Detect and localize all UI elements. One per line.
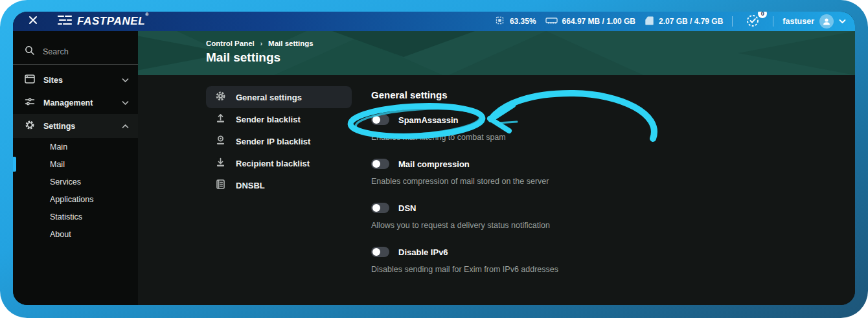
divider xyxy=(732,16,733,27)
download-icon xyxy=(215,157,226,170)
logo-text: FASTPANEL® xyxy=(77,15,149,28)
section-heading: General settings xyxy=(371,89,558,100)
ip-pin-icon xyxy=(215,135,226,148)
spamassassin-toggle[interactable] xyxy=(371,115,389,125)
cpu-value: 63.35% xyxy=(510,17,536,26)
cpu-icon xyxy=(494,15,505,28)
nav-item-label: General settings xyxy=(236,93,302,102)
toggle-group-spamassassin: SpamAssassin Enables mail filtering to c… xyxy=(371,115,558,142)
chevron-up-icon xyxy=(122,122,129,131)
toggle-description: Disables sending mail for Exim from IPv6… xyxy=(371,265,558,274)
search-row xyxy=(13,40,138,65)
list-book-icon xyxy=(215,179,226,192)
nav-item-label: Sender blacklist xyxy=(236,115,301,124)
breadcrumb-mail-settings: Mail settings xyxy=(268,40,314,47)
page-header: Control Panel › Mail settings Mail setti… xyxy=(138,31,855,75)
nav-item-sender-blacklist[interactable]: Sender blacklist xyxy=(206,108,352,130)
sidebar: Sites Management xyxy=(13,31,138,305)
toggle-description: Enables mail filtering to combat spam xyxy=(371,133,558,142)
toggle-label: Disable IPv6 xyxy=(398,247,448,257)
sidebar-subitem-services[interactable]: Services xyxy=(13,173,138,190)
general-settings-section: General settings SpamAssassin Enables ma… xyxy=(371,86,558,305)
nav-item-dnsbl[interactable]: DNSBL xyxy=(206,174,352,196)
close-button[interactable] xyxy=(23,15,43,28)
ram-value: 664.97 MB / 1.00 GB xyxy=(562,17,635,26)
divider xyxy=(773,16,773,27)
sidebar-subitem-statistics[interactable]: Statistics xyxy=(13,208,138,225)
chevron-down-icon xyxy=(839,17,846,26)
nav-item-recipient-blacklist[interactable]: Recipient blacklist xyxy=(206,152,352,174)
nav-item-general-settings[interactable]: General settings xyxy=(206,86,352,108)
page-title: Mail settings xyxy=(206,51,855,65)
sidebar-item-label: Sites xyxy=(43,76,113,85)
close-icon xyxy=(28,15,38,28)
breadcrumb: Control Panel › Mail settings xyxy=(206,40,855,47)
sidebar-subitem-main[interactable]: Main xyxy=(13,138,138,155)
toggle-group-dsn: DSN Allows you to request a delivery sta… xyxy=(371,203,558,230)
tasks-button[interactable]: 0 xyxy=(742,14,764,30)
nav-item-label: Sender IP blacklist xyxy=(236,137,310,146)
nav-item-label: DNSBL xyxy=(236,181,265,190)
window-icon xyxy=(25,74,35,85)
sidebar-item-label: Settings xyxy=(43,122,113,131)
sidebar-item-management[interactable]: Management xyxy=(13,91,138,114)
toggle-group-disable-ipv6: Disable IPv6 Disables sending mail for E… xyxy=(371,247,558,274)
top-bar: FASTPANEL® 63.35% xyxy=(13,12,855,31)
main-panel: General settings Sender blacklist xyxy=(138,75,855,305)
search-icon xyxy=(25,45,35,58)
tasks-badge: 0 xyxy=(758,12,767,18)
sidebar-item-sites[interactable]: Sites xyxy=(13,69,138,91)
sliders-icon xyxy=(25,97,35,108)
toggle-label: SpamAssassin xyxy=(398,115,459,125)
sidebar-item-settings[interactable]: Settings xyxy=(13,114,138,138)
search-input[interactable] xyxy=(43,47,120,56)
disk-icon xyxy=(645,16,654,28)
sidebar-subitem-mail[interactable]: Mail xyxy=(13,155,138,173)
mail-settings-nav: General settings Sender blacklist xyxy=(206,86,352,305)
toggle-description: Enables compression of mail stored on th… xyxy=(371,177,558,186)
user-menu[interactable]: fastuser xyxy=(782,14,846,28)
ram-stat: 664.97 MB / 1.00 GB xyxy=(545,16,635,27)
breadcrumb-separator: › xyxy=(260,40,262,47)
sidebar-subitem-about[interactable]: About xyxy=(13,225,138,243)
nav-item-sender-ip-blacklist[interactable]: Sender IP blacklist xyxy=(206,130,352,152)
dsn-toggle[interactable] xyxy=(371,203,389,213)
sidebar-subitem-applications[interactable]: Applications xyxy=(13,190,138,208)
toggle-group-mail-compression: Mail compression Enables compression of … xyxy=(371,159,558,186)
screenshot: FASTPANEL® 63.35% xyxy=(0,0,868,318)
nav-item-label: Recipient blacklist xyxy=(236,159,310,168)
fastpanel-logo[interactable]: FASTPANEL® xyxy=(57,14,149,28)
disable-ipv6-toggle[interactable] xyxy=(371,247,389,257)
mail-compression-toggle[interactable] xyxy=(371,159,389,169)
chevron-down-icon xyxy=(122,76,129,85)
upload-icon xyxy=(215,113,226,126)
sidebar-item-label: Management xyxy=(43,98,113,108)
ram-icon xyxy=(545,16,558,27)
toggle-label: DSN xyxy=(398,203,416,213)
disk-stat: 2.07 GB / 4.79 GB xyxy=(645,16,723,28)
toggle-label: Mail compression xyxy=(398,159,470,169)
active-indicator xyxy=(13,157,16,172)
breadcrumb-control-panel[interactable]: Control Panel xyxy=(206,40,255,47)
avatar xyxy=(819,14,834,28)
cpu-stat: 63.35% xyxy=(494,15,536,28)
chevron-down-icon xyxy=(122,98,129,108)
logo-sliders-icon xyxy=(57,14,73,28)
gear-icon xyxy=(215,91,226,104)
gear-icon xyxy=(25,120,35,132)
toggle-description: Allows you to request a delivery status … xyxy=(371,221,558,230)
username: fastuser xyxy=(782,17,814,26)
fastpanel-app: FASTPANEL® 63.35% xyxy=(13,12,855,305)
disk-value: 2.07 GB / 4.79 GB xyxy=(659,17,723,26)
